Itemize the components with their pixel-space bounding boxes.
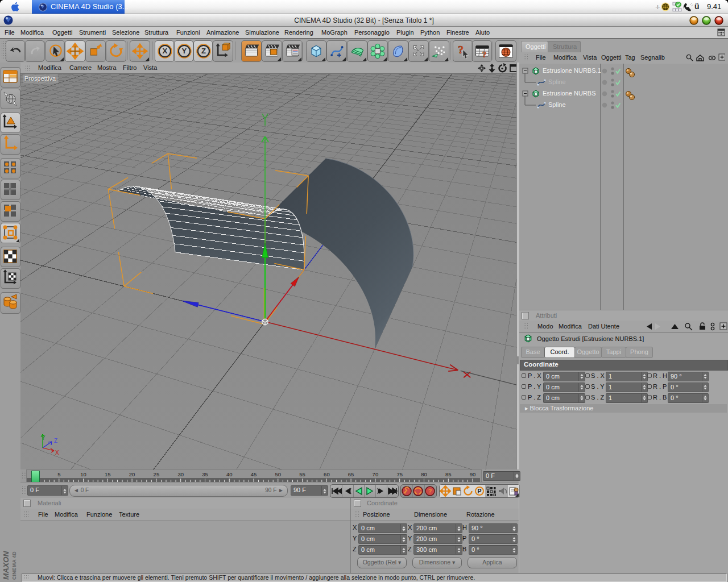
svg-text:85: 85	[445, 471, 452, 477]
svg-text:MAXON: MAXON	[2, 551, 10, 580]
svg-text:CINEMA 4D: CINEMA 4D	[11, 551, 17, 580]
svg-text:30: 30	[177, 471, 184, 477]
svg-text:35: 35	[202, 471, 208, 477]
svg-text:Y: Y	[42, 435, 46, 441]
svg-text:60: 60	[324, 471, 330, 477]
svg-text:5: 5	[57, 471, 60, 477]
svg-text:Y: Y	[182, 47, 187, 55]
svg-text:Z: Z	[201, 47, 206, 55]
svg-text:55: 55	[299, 471, 305, 477]
svg-text:25: 25	[154, 471, 160, 477]
svg-text:Z: Z	[54, 438, 57, 444]
svg-text:X: X	[55, 450, 59, 456]
svg-text:?: ?	[482, 50, 486, 59]
svg-text:X: X	[163, 47, 168, 55]
svg-text:90: 90	[470, 471, 476, 477]
svg-text:20: 20	[129, 471, 135, 477]
svg-text:50: 50	[275, 471, 282, 477]
svg-text:?: ?	[428, 488, 432, 494]
svg-text:75: 75	[396, 471, 403, 477]
svg-text:70: 70	[373, 471, 379, 477]
svg-text:15: 15	[105, 471, 111, 477]
svg-text:P: P	[477, 488, 481, 494]
svg-text:45: 45	[251, 471, 257, 477]
svg-text:?: ?	[458, 44, 464, 56]
svg-text:40: 40	[226, 471, 233, 477]
svg-text:80: 80	[421, 471, 427, 477]
svg-text:10: 10	[80, 471, 86, 477]
svg-text:65: 65	[348, 471, 354, 477]
